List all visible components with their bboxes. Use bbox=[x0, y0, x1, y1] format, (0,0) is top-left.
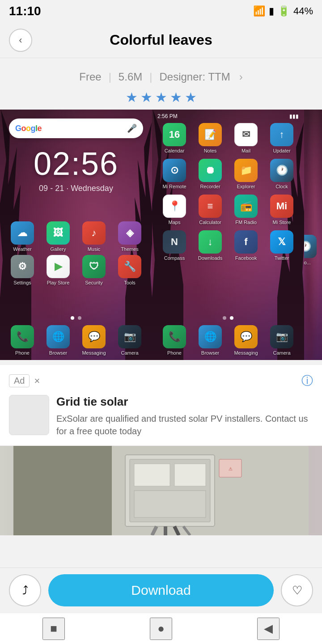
bottom-action-bar: ⤴ Download ♡ bbox=[0, 568, 322, 613]
navigation-bar: ■ ● ◀ bbox=[0, 613, 322, 644]
s2-app-recorder[interactable]: ⏺ Recorder bbox=[195, 159, 225, 189]
nav-back-button[interactable]: ◀ bbox=[257, 618, 280, 640]
back-button[interactable]: ‹ bbox=[9, 29, 32, 52]
s2-battery: ▮▮▮ bbox=[289, 113, 299, 119]
browser-label: Browser bbox=[49, 350, 67, 356]
favorite-button[interactable]: ♡ bbox=[281, 574, 313, 606]
s2-app-downloads[interactable]: ↓ Downloads bbox=[195, 230, 225, 261]
size-label: 5.6M bbox=[119, 71, 142, 83]
s2-app-mistore[interactable]: Mi Mi Store bbox=[267, 195, 297, 225]
s2-clock-label: Clock bbox=[275, 184, 288, 189]
s2-clock-icon: 🕐 bbox=[270, 159, 293, 182]
phone-screen-2: 2:56 PM ▮▮▮ 16 Calendar 📝 Notes ✉ Mail bbox=[152, 110, 304, 360]
dock2-phone-label: Phone bbox=[167, 350, 182, 356]
ad-header: Ad × ⓘ bbox=[9, 373, 313, 389]
app-row-2: ⚙ Settings ▶ Play Store 🛡 Security 🔧 Too… bbox=[0, 255, 152, 285]
google-search-bar[interactable]: Google 🎤 bbox=[9, 119, 143, 138]
s2-app-compass[interactable]: N Compass bbox=[159, 230, 190, 261]
playstore-label: Play Store bbox=[47, 280, 70, 285]
battery-icon: 🔋 bbox=[278, 5, 290, 17]
dock-1: 📞 Phone 🌐 Browser 💬 Messaging 📷 Camera bbox=[0, 325, 152, 356]
phone-icon: 📞 bbox=[11, 325, 34, 348]
dock2-camera[interactable]: 📷 Camera bbox=[267, 325, 297, 356]
designer-arrow[interactable]: › bbox=[239, 71, 243, 83]
dock2-phone[interactable]: 📞 Phone bbox=[159, 325, 190, 356]
messaging-icon: 💬 bbox=[82, 325, 106, 348]
ad-section: Ad × ⓘ Grid tie solar ExSolar are qualif… bbox=[0, 364, 322, 446]
s2-miremote-icon: ⊙ bbox=[163, 159, 186, 182]
s2-app-calc[interactable]: ≡ Calculator bbox=[195, 195, 225, 225]
s2-app-calendar[interactable]: 16 Calendar bbox=[159, 123, 190, 153]
ad-image[interactable]: ⚠ bbox=[0, 446, 322, 535]
app-settings[interactable]: ⚙ Settings bbox=[7, 255, 38, 285]
nav-recents-button[interactable]: ■ bbox=[42, 618, 65, 640]
google-logo: Google bbox=[15, 124, 42, 133]
dock-phone[interactable]: 📞 Phone bbox=[7, 325, 38, 356]
browser-icon: 🌐 bbox=[47, 325, 70, 348]
screen2-status: 2:56 PM ▮▮▮ bbox=[157, 113, 299, 119]
s2-maps-icon: 📍 bbox=[163, 195, 186, 218]
download-button[interactable]: Download bbox=[48, 574, 274, 606]
settings-icon: ⚙ bbox=[11, 255, 34, 278]
camera-label: Camera bbox=[121, 350, 138, 356]
dock-messaging[interactable]: 💬 Messaging bbox=[79, 325, 109, 356]
dock-browser[interactable]: 🌐 Browser bbox=[43, 325, 73, 356]
s3-clock-label: Clo... bbox=[304, 260, 311, 265]
s2-downloads-icon: ↓ bbox=[199, 230, 222, 254]
svg-text:⚠: ⚠ bbox=[229, 466, 233, 471]
price-label: Free bbox=[79, 71, 101, 83]
screenshots-carousel[interactable]: Google 🎤 02:56 09 - 21 · Wednesday ☁ Wea… bbox=[0, 110, 322, 360]
app-music[interactable]: ♪ Music bbox=[79, 221, 109, 252]
app-gallery[interactable]: 🖼 Gallery bbox=[43, 221, 73, 252]
tools-label: Tools bbox=[124, 280, 136, 285]
s2-app-mail[interactable]: ✉ Mail bbox=[231, 123, 261, 153]
header: ‹ Colorful leaves bbox=[0, 22, 322, 58]
heart-icon: ♡ bbox=[292, 584, 302, 597]
s2-app-explorer[interactable]: 📁 Explorer bbox=[231, 159, 261, 189]
mic-icon: 🎤 bbox=[127, 123, 137, 133]
app-security[interactable]: 🛡 Security bbox=[79, 255, 109, 285]
dot-1 bbox=[71, 316, 74, 320]
big-clock: 02:56 bbox=[0, 145, 152, 182]
phone-screen-3: 🕐 Clo... bbox=[304, 110, 322, 360]
s2-fmradio-label: FM Radio bbox=[235, 220, 257, 225]
svg-rect-4 bbox=[134, 464, 170, 486]
star-1: ★ bbox=[126, 89, 138, 105]
s2-app-row-3: 📍 Maps ≡ Calculator 📻 FM Radio Mi Mi Sto… bbox=[152, 195, 304, 225]
s2-app-row-1: 16 Calendar 📝 Notes ✉ Mail ↑ Updater bbox=[152, 123, 304, 153]
dock2-browser[interactable]: 🌐 Browser bbox=[195, 325, 225, 356]
star-3: ★ bbox=[155, 89, 167, 105]
nav-home-button[interactable]: ● bbox=[150, 618, 172, 640]
ad-close-button[interactable]: × bbox=[34, 375, 40, 387]
meta-info-row: Free | 5.6M | Designer: TTM › bbox=[79, 71, 242, 83]
dock2-camera-icon: 📷 bbox=[270, 325, 293, 348]
designer-label: Designer: TTM bbox=[159, 71, 230, 83]
dock-2: 📞 Phone 🌐 Browser 💬 Messaging 📷 Camera bbox=[152, 325, 304, 356]
security-label: Security bbox=[85, 280, 103, 285]
app-playstore[interactable]: ▶ Play Store bbox=[43, 255, 73, 285]
s2-app-clock[interactable]: 🕐 Clock bbox=[267, 159, 297, 189]
wifi-icon: 📶 bbox=[253, 5, 265, 17]
dock-camera[interactable]: 📷 Camera bbox=[114, 325, 145, 356]
ad-title: Grid tie solar bbox=[56, 395, 313, 409]
ad-badge-row: Ad × bbox=[9, 374, 40, 387]
status-bar: 11:10 📶 ▮ 🔋 44% bbox=[0, 0, 322, 22]
s2-app-facebook[interactable]: f Facebook bbox=[231, 230, 261, 261]
weather-icon: ☁ bbox=[11, 221, 34, 245]
s2-app-miremote[interactable]: ⊙ Mi Remote bbox=[159, 159, 190, 189]
s2-notes-label: Notes bbox=[204, 148, 217, 153]
dock2-browser-icon: 🌐 bbox=[199, 325, 222, 348]
share-button[interactable]: ⤴ bbox=[9, 574, 41, 606]
s2-app-twitter[interactable]: 𝕏 Twitter bbox=[267, 230, 297, 261]
s2-app-fmradio[interactable]: 📻 FM Radio bbox=[231, 195, 261, 225]
dock2-messaging[interactable]: 💬 Messaging bbox=[231, 325, 261, 356]
ad-badge: Ad bbox=[9, 374, 30, 387]
svg-rect-6 bbox=[134, 491, 206, 517]
ad-info-icon[interactable]: ⓘ bbox=[301, 373, 313, 389]
s2-app-notes[interactable]: 📝 Notes bbox=[195, 123, 225, 153]
app-themes[interactable]: ◈ Themes bbox=[114, 221, 145, 252]
app-tools[interactable]: 🔧 Tools bbox=[114, 255, 145, 285]
app-weather[interactable]: ☁ Weather bbox=[7, 221, 38, 252]
s2-app-updater[interactable]: ↑ Updater bbox=[267, 123, 297, 153]
s2-app-maps[interactable]: 📍 Maps bbox=[159, 195, 190, 225]
